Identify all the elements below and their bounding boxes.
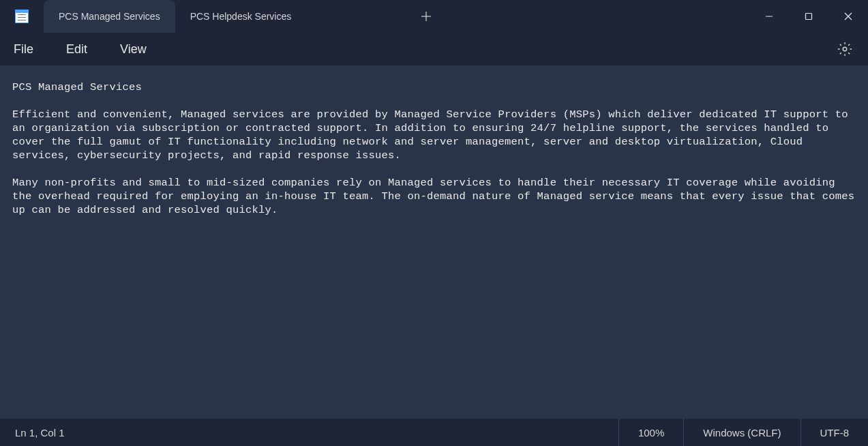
window-controls: [749, 0, 868, 33]
maximize-button[interactable]: [789, 0, 828, 33]
status-bar: Ln 1, Col 1 100% Windows (CRLF) UTF-8: [0, 419, 868, 446]
tab-pcs-managed[interactable]: PCS Managed Services: [44, 0, 175, 33]
menu-file[interactable]: File: [14, 42, 33, 57]
minimize-button[interactable]: [749, 0, 789, 33]
svg-point-6: [843, 47, 847, 51]
text-editor[interactable]: PCS Managed Services Efficient and conve…: [0, 65, 868, 419]
tab-label: PCS Managed Services: [59, 11, 160, 22]
maximize-icon: [805, 12, 813, 20]
tabs-container: PCS Managed Services PCS Helpdesk Servic…: [44, 0, 440, 33]
svg-rect-3: [806, 14, 812, 20]
tab-label: PCS Helpdesk Services: [190, 11, 292, 22]
close-icon: [844, 12, 852, 20]
minimize-icon: [765, 12, 773, 20]
close-button[interactable]: [828, 0, 868, 33]
title-bar: PCS Managed Services PCS Helpdesk Servic…: [0, 0, 868, 33]
menu-bar: File Edit View: [0, 33, 868, 65]
zoom-level[interactable]: 100%: [618, 419, 683, 446]
gear-icon: [837, 42, 852, 57]
notepad-app-icon: [15, 10, 29, 23]
new-tab-button[interactable]: [413, 3, 440, 30]
settings-button[interactable]: [835, 40, 854, 59]
plus-icon: [421, 11, 432, 22]
cursor-position[interactable]: Ln 1, Col 1: [0, 427, 65, 438]
menu-edit[interactable]: Edit: [66, 42, 87, 57]
encoding[interactable]: UTF-8: [800, 419, 869, 446]
tab-pcs-helpdesk[interactable]: PCS Helpdesk Services: [175, 0, 407, 33]
line-ending[interactable]: Windows (CRLF): [683, 419, 800, 446]
menu-view[interactable]: View: [120, 42, 147, 57]
